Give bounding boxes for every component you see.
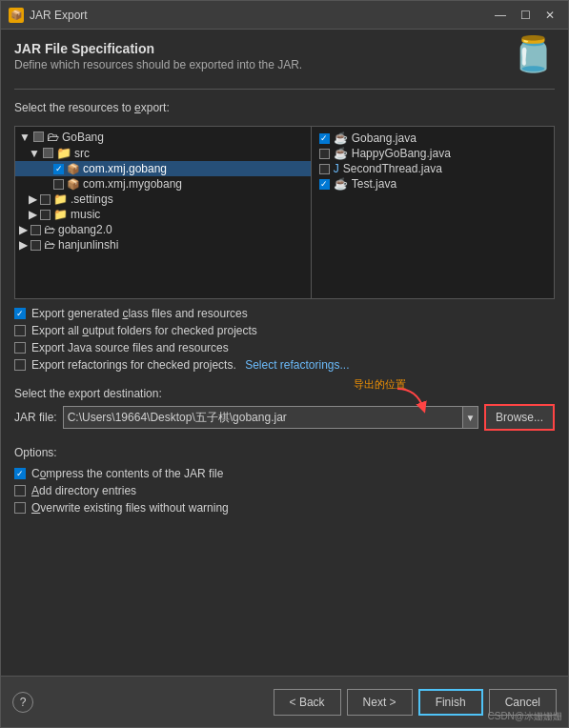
package-icon: 📦	[67, 163, 80, 175]
checkbox-compress1[interactable]: ✓	[14, 468, 26, 479]
checkbox-opt1[interactable]: ✓	[14, 308, 26, 319]
tree-item-settings[interactable]: ▶ 📁 .settings	[15, 192, 311, 207]
file-item-second-thread[interactable]: J SecondThread.java	[317, 161, 548, 176]
tree-item-gobang2[interactable]: ▶ 🗁 gobang2.0	[15, 222, 311, 237]
checkbox-gobang2[interactable]	[30, 225, 41, 235]
compress-label-3: Overwrite existing files without warning	[31, 501, 229, 515]
options-label: Options:	[14, 446, 555, 459]
folder-icon-hanjunlinshi: 🗁	[44, 238, 55, 252]
window: 📦 JAR Export — ☐ ✕ JAR File Specificatio…	[0, 0, 569, 728]
jar-row: JAR file: ▼ Browse...	[14, 404, 555, 431]
page-description: Define which resources should be exporte…	[14, 58, 555, 71]
package-icon-2: 📦	[67, 178, 80, 191]
expand-icon-settings: ▶	[29, 192, 37, 206]
destination-section: Select the export destination: JAR file:…	[14, 387, 555, 438]
option-label-2: Export all output folders for checked pr…	[31, 324, 257, 337]
file-list: ✓ ☕ Gobang.java ☕ HappyGoBang.java J Sec…	[312, 127, 554, 298]
file-item-happy-gobang[interactable]: ☕ HappyGoBang.java	[317, 146, 548, 161]
tree-label-gobang2: gobang2.0	[58, 223, 112, 236]
file-label-gobang-java: Gobang.java	[352, 131, 417, 145]
main-content: JAR File Specification Define which reso…	[1, 30, 568, 676]
option-label-3: Export Java source files and resources	[31, 341, 229, 354]
tree-label-com-xmj-gobang: com.xmj.gobang	[83, 162, 167, 175]
option-label-1: Export generated class files and resourc…	[31, 307, 248, 320]
select-refactorings-link[interactable]: Select refactorings...	[245, 358, 349, 372]
tree-item-com-xmj-gobang[interactable]: ▶ ✓ 📦 com.xmj.gobang	[15, 161, 311, 176]
java-icon-test: ☕	[334, 177, 348, 191]
checkbox-src[interactable]	[43, 148, 53, 158]
compress-label-2: Add directory entries	[31, 484, 136, 497]
file-label-happy-gobang: HappyGoBang.java	[352, 147, 451, 160]
page-title: JAR File Specification	[14, 41, 555, 56]
option-label-4: Export refactorings for checked projects…	[31, 358, 239, 372]
tree-item-gobang[interactable]: ▼ 🗁 GoBang	[15, 129, 311, 145]
jar-file-label: JAR file:	[14, 411, 57, 424]
next-button[interactable]: Next >	[347, 689, 413, 716]
jar-dropdown-button[interactable]: ▼	[462, 407, 478, 428]
export-options: ✓ Export generated class files and resou…	[14, 307, 555, 372]
help-button[interactable]: ?	[12, 692, 33, 713]
file-item-gobang-java[interactable]: ✓ ☕ Gobang.java	[317, 131, 548, 146]
option-row-2[interactable]: Export all output folders for checked pr…	[14, 324, 555, 337]
option-row-1[interactable]: ✓ Export generated class files and resou…	[14, 307, 555, 320]
back-button[interactable]: < Back	[274, 689, 341, 716]
checkbox-gobang-java[interactable]: ✓	[319, 133, 330, 144]
checkbox-com-xmj-mygobang[interactable]	[53, 179, 64, 190]
checkbox-com-xmj-gobang[interactable]: ✓	[53, 164, 64, 174]
expand-icon-music: ▶	[29, 208, 37, 221]
window-title: JAR Export	[30, 9, 484, 22]
checkbox-settings[interactable]	[40, 194, 51, 205]
window-controls: — ☐ ✕	[490, 7, 560, 24]
file-label-test-java: Test.java	[352, 177, 396, 191]
compress-options: Options: ✓ Compress the contents of the …	[14, 446, 555, 515]
folder-icon-src: 📁	[56, 146, 71, 160]
java-icon-happy: ☕	[334, 147, 348, 160]
tree-label-com-xmj-mygobang: com.xmj.mygobang	[83, 177, 182, 191]
checkbox-happy-gobang[interactable]	[319, 149, 330, 159]
checkbox-music[interactable]	[40, 210, 51, 220]
resources-panel: ▼ 🗁 GoBang ▼ 📁 src ▶ ✓ 📦 com.xm	[14, 126, 555, 299]
checkbox-opt3[interactable]	[14, 342, 26, 354]
compress-option-3[interactable]: Overwrite existing files without warning	[14, 501, 555, 515]
expand-icon-src: ▼	[29, 147, 40, 160]
annotation-arrow	[393, 387, 431, 416]
header-section: JAR File Specification Define which reso…	[14, 41, 555, 77]
checkbox-gobang[interactable]	[33, 131, 44, 142]
checkbox-hanjunlinshi[interactable]	[30, 240, 41, 251]
compress-option-2[interactable]: Add directory entries	[14, 484, 555, 497]
tree-label-hanjunlinshi: hanjunlinshi	[58, 238, 118, 252]
minimize-button[interactable]: —	[490, 7, 511, 24]
destination-label: Select the export destination:	[14, 387, 555, 400]
folder-icon-gobang: 🗁	[47, 130, 59, 144]
finish-button[interactable]: Finish	[418, 689, 483, 716]
tree-label-gobang: GoBang	[62, 131, 104, 144]
browse-button[interactable]: Browse...	[484, 404, 555, 431]
checkbox-compress2[interactable]	[14, 485, 26, 496]
bottom-bar: ? < Back Next > Finish Cancel	[1, 676, 568, 727]
tree-item-music[interactable]: ▶ 📁 music	[15, 207, 311, 222]
checkbox-compress3[interactable]	[14, 502, 26, 514]
close-button[interactable]: ✕	[539, 7, 560, 24]
tree-label-settings: .settings	[71, 192, 113, 206]
option-row-4[interactable]: Export refactorings for checked projects…	[14, 358, 555, 372]
checkbox-second-thread[interactable]	[319, 164, 330, 174]
tree-item-com-xmj-mygobang[interactable]: ▶ 📦 com.xmj.mygobang	[15, 176, 311, 192]
jar-graphic: 🫙	[512, 37, 555, 71]
java-icon-gobang: ☕	[334, 131, 348, 145]
maximize-button[interactable]: ☐	[515, 7, 536, 24]
option-row-3[interactable]: Export Java source files and resources	[14, 341, 555, 354]
compress-option-1[interactable]: ✓ Compress the contents of the JAR file	[14, 467, 555, 480]
tree-item-src[interactable]: ▼ 📁 src	[15, 145, 311, 161]
tree-label-src: src	[74, 147, 90, 160]
title-bar: 📦 JAR Export — ☐ ✕	[1, 1, 568, 30]
tree-item-hanjunlinshi[interactable]: ▶ 🗁 hanjunlinshi	[15, 237, 311, 253]
header-divider	[14, 89, 555, 90]
checkbox-test-java[interactable]: ✓	[319, 179, 330, 190]
watermark: CSDN@冰姗姗姗	[488, 710, 563, 723]
folder-icon-music: 📁	[53, 208, 68, 221]
file-label-second-thread: SecondThread.java	[343, 162, 442, 175]
checkbox-opt2[interactable]	[14, 325, 26, 336]
checkbox-opt4[interactable]	[14, 359, 26, 371]
file-item-test-java[interactable]: ✓ ☕ Test.java	[317, 176, 548, 192]
tree-label-music: music	[71, 208, 100, 221]
